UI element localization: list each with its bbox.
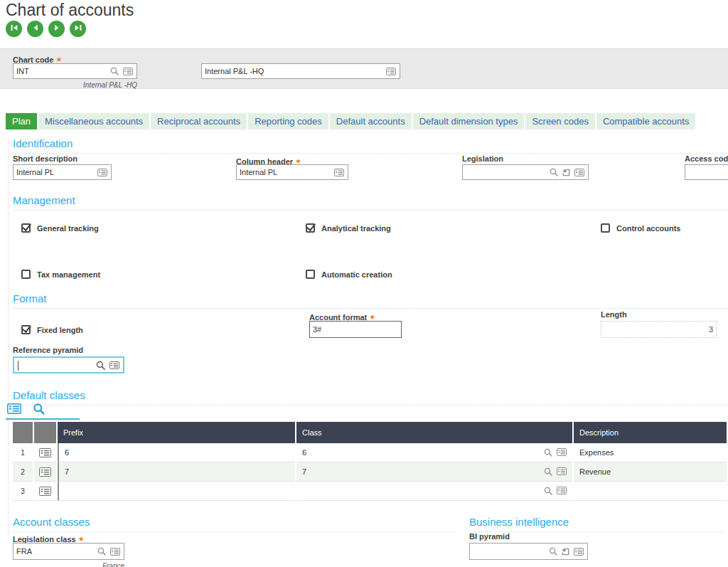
- grid-header-prefix: Prefix: [58, 422, 295, 443]
- reference-pyramid-field: [13, 356, 124, 373]
- chart-description-input[interactable]: [202, 67, 386, 75]
- checkbox-box: [21, 270, 31, 279]
- grid-header-description: Description: [574, 422, 727, 443]
- grid-header-rowicon: [34, 422, 56, 443]
- legislation-class-input[interactable]: [14, 547, 97, 556]
- last-record-button[interactable]: [70, 21, 86, 37]
- search-icon[interactable]: [110, 67, 119, 75]
- search-icon[interactable]: [544, 487, 552, 495]
- required-indicator: ★: [78, 535, 85, 543]
- selection-list-icon[interactable]: [557, 448, 567, 457]
- first-record-button[interactable]: [6, 21, 22, 37]
- default-classes-grid: Prefix Class Description 1 6 6 Expenses: [13, 422, 728, 501]
- selection-list-icon[interactable]: [97, 169, 107, 176]
- bi-pyramid-label: BI pyramid: [469, 532, 510, 541]
- grid-header-rownum: [13, 422, 33, 443]
- access-code-input[interactable]: [685, 168, 728, 176]
- legislation-input[interactable]: [463, 168, 550, 176]
- account-format-field: [309, 321, 402, 338]
- previous-record-button[interactable]: [27, 21, 43, 37]
- record-navigation: [6, 21, 86, 37]
- row-card-icon[interactable]: [34, 462, 56, 482]
- cell-class[interactable]: [296, 482, 572, 501]
- previous-icon: [31, 23, 40, 34]
- checkbox-box: [21, 223, 31, 233]
- bi-pyramid-field: [469, 543, 588, 560]
- analytical-tracking-checkbox[interactable]: Analytical tracking: [306, 223, 391, 233]
- legislation-class-field: [13, 543, 124, 560]
- section-title-identification: Identification: [13, 137, 728, 154]
- access-code-field: [685, 164, 728, 180]
- account-format-input[interactable]: [310, 325, 401, 334]
- short-description-label: Short description: [13, 154, 77, 163]
- selection-list-icon[interactable]: [334, 169, 344, 176]
- jump-to-icon[interactable]: [562, 548, 569, 556]
- cell-description[interactable]: [574, 482, 727, 501]
- tab-bar: Plan Miscellaneous accounts Reciprocal a…: [0, 113, 728, 129]
- selection-list-icon[interactable]: [110, 548, 120, 556]
- row-number: 3: [13, 482, 33, 501]
- tab-plan[interactable]: Plan: [6, 113, 37, 129]
- selection-list-icon[interactable]: [574, 548, 584, 556]
- general-tracking-checkbox[interactable]: General tracking: [21, 223, 99, 233]
- control-accounts-checkbox[interactable]: Control accounts: [601, 223, 680, 233]
- bi-pyramid-input[interactable]: [470, 547, 549, 556]
- row-card-icon[interactable]: [34, 443, 56, 462]
- next-icon: [53, 23, 61, 34]
- checkbox-box: [306, 223, 315, 233]
- cell-class-value: 7: [302, 467, 306, 476]
- selection-list-icon[interactable]: [557, 467, 567, 476]
- chart-code-input[interactable]: [14, 67, 110, 75]
- tab-reporting-codes[interactable]: Reporting codes: [248, 113, 328, 129]
- cell-class[interactable]: 6: [296, 443, 572, 462]
- grid-selection-list-icon[interactable]: [7, 403, 21, 414]
- search-icon[interactable]: [544, 448, 552, 457]
- tab-reciprocal-accounts[interactable]: Reciprocal accounts: [151, 113, 247, 129]
- column-header-field: [236, 164, 348, 180]
- tab-default-dimension-types[interactable]: Default dimension types: [413, 113, 525, 129]
- search-icon[interactable]: [97, 547, 106, 556]
- selection-list-icon[interactable]: [109, 361, 119, 369]
- jump-to-icon[interactable]: [562, 169, 570, 176]
- cell-class[interactable]: 7: [296, 462, 572, 482]
- search-icon[interactable]: [549, 547, 557, 556]
- skip-first-icon: [10, 23, 18, 34]
- legislation-field: [462, 164, 589, 180]
- row-number: 1: [13, 443, 33, 462]
- chart-code-hint: Internal P&L -HQ: [13, 81, 137, 89]
- short-description-input[interactable]: [14, 168, 97, 176]
- column-header-input[interactable]: [237, 168, 334, 176]
- length-value: [601, 325, 716, 334]
- tab-default-accounts[interactable]: Default accounts: [330, 113, 412, 129]
- tab-compatible-accounts[interactable]: Compatible accounts: [596, 113, 695, 129]
- fixed-length-checkbox[interactable]: Fixed length: [21, 325, 83, 334]
- row-card-icon[interactable]: [34, 482, 56, 501]
- legislation-label: Legislation: [462, 154, 503, 163]
- automatic-creation-checkbox[interactable]: Automatic creation: [306, 270, 392, 279]
- selection-list-icon[interactable]: [574, 169, 584, 176]
- checkbox-label: General tracking: [37, 224, 99, 233]
- selection-list-icon[interactable]: [386, 68, 396, 75]
- section-title-default-classes: Default classes: [13, 389, 728, 406]
- next-record-button[interactable]: [48, 21, 65, 37]
- chart-description-field: [201, 63, 400, 79]
- search-icon[interactable]: [550, 168, 558, 176]
- search-icon[interactable]: [544, 467, 552, 476]
- cell-prefix[interactable]: 7: [58, 462, 295, 482]
- chart-code-field: [13, 63, 137, 79]
- short-description-field: [13, 164, 112, 180]
- search-icon[interactable]: [96, 361, 105, 370]
- page-title: Chart of accounts: [6, 1, 134, 20]
- grid-search-icon[interactable]: [33, 403, 45, 415]
- tab-screen-codes[interactable]: Screen codes: [525, 113, 595, 129]
- selection-list-icon[interactable]: [557, 487, 567, 495]
- selection-list-icon[interactable]: [123, 68, 133, 75]
- grid-toolbar: [7, 403, 45, 415]
- cell-description[interactable]: Expenses: [574, 443, 727, 462]
- tab-miscellaneous-accounts[interactable]: Miscellaneous accounts: [38, 113, 149, 129]
- reference-pyramid-input[interactable]: [14, 361, 96, 369]
- cell-prefix[interactable]: [58, 482, 295, 501]
- cell-prefix[interactable]: 6: [58, 443, 295, 462]
- tax-management-checkbox[interactable]: Tax management: [21, 270, 100, 279]
- cell-description[interactable]: Revenue: [574, 462, 727, 482]
